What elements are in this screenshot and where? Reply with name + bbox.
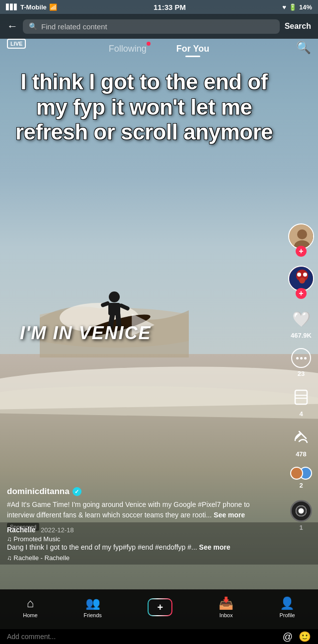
bookmark-action[interactable]: 4 xyxy=(290,386,312,418)
nav-profile[interactable]: 👤 Profile xyxy=(279,596,295,618)
comment-bar: Add comment... @ 🙂 xyxy=(0,629,318,644)
profile-icon: 👤 xyxy=(280,596,295,610)
nav-friends-label: Friends xyxy=(83,612,102,618)
comment-input[interactable]: Add comment... xyxy=(7,633,277,641)
comment-icon xyxy=(291,348,311,368)
nav-home[interactable]: ⌂ Home xyxy=(23,596,37,618)
song-credit: ♫ Rachelle - Rachelle xyxy=(7,554,311,562)
bottom-navigation: ⌂ Home 👥 Friends + 📥 Inbox 👤 Profile xyxy=(0,589,318,629)
creator-avatar-2[interactable]: + xyxy=(288,266,314,299)
like-count: 467.9K xyxy=(291,332,312,339)
live-badge[interactable]: LIVE xyxy=(7,39,26,49)
search-button[interactable]: Search xyxy=(285,22,311,31)
like-action[interactable]: 🤍 467.9K xyxy=(290,308,312,339)
see-more-description[interactable]: See more xyxy=(214,511,245,519)
comment-preview: Rachelle 2022-12-18 ♫ Promoted Music Dan… xyxy=(0,522,318,565)
svg-rect-5 xyxy=(108,303,120,315)
friends-icon: 👥 xyxy=(85,596,100,610)
search-bar: ← 🔍 Find related content Search xyxy=(0,14,318,39)
svg-point-15 xyxy=(303,273,307,277)
search-icon: 🔍 xyxy=(29,22,37,30)
svg-point-14 xyxy=(297,273,301,277)
svg-point-10 xyxy=(297,229,307,239)
follow-plus-badge-2[interactable]: + xyxy=(296,288,307,299)
tab-for-you[interactable]: For You xyxy=(176,44,209,54)
battery-level: 14% xyxy=(299,3,312,11)
username-row: dominicditanna ✓ xyxy=(7,487,279,497)
play-button[interactable]: ▶ xyxy=(132,305,155,340)
comment-date: 2022-12-18 xyxy=(41,526,74,534)
nav-profile-label: Profile xyxy=(279,612,295,618)
svg-point-8 xyxy=(109,291,120,302)
signal-icon: ▋▋▋ xyxy=(6,4,18,10)
tab-following[interactable]: Following xyxy=(109,44,147,54)
shared-by-action[interactable]: 2 xyxy=(290,467,312,489)
nav-inbox-label: Inbox xyxy=(219,612,233,618)
share-icon xyxy=(290,427,312,448)
status-left: ▋▋▋ T-Mobile 📶 xyxy=(6,3,57,11)
wifi-icon: 📶 xyxy=(49,3,57,11)
comment-username: Rachelle xyxy=(7,526,36,534)
bookmark-count: 4 xyxy=(299,410,303,418)
create-plus-button[interactable]: + xyxy=(148,598,172,616)
comment-action[interactable]: 23 xyxy=(291,348,311,377)
see-more-comment[interactable]: See more xyxy=(199,543,231,551)
battery-icon: 🔋 xyxy=(289,3,297,11)
emoji-button[interactable]: 🙂 xyxy=(299,631,311,643)
like-icon: 🤍 xyxy=(290,308,312,330)
comment-music: ♫ Promoted Music xyxy=(7,535,311,543)
creator-username[interactable]: dominicditanna xyxy=(7,487,70,497)
nav-tabs: Following For You xyxy=(0,39,318,59)
share-action[interactable]: 478 xyxy=(290,427,312,458)
right-actions: + + 🤍 467.9K 23 xyxy=(288,223,314,531)
svg-rect-17 xyxy=(295,390,307,404)
svg-point-16 xyxy=(299,278,305,284)
home-icon: ⌂ xyxy=(27,596,34,610)
carrier-name: T-Mobile xyxy=(20,3,47,11)
status-right: ♥ 🔋 14% xyxy=(282,3,312,11)
nav-create[interactable]: + xyxy=(148,598,172,616)
video-caption-text: I think I got to the end of my fyp it wo… xyxy=(0,70,288,145)
share-count: 478 xyxy=(296,450,307,458)
status-time: 11:33 PM xyxy=(154,3,186,11)
nav-friends[interactable]: 👥 Friends xyxy=(83,596,102,618)
status-bar: ▋▋▋ T-Mobile 📶 11:33 PM ♥ 🔋 14% xyxy=(0,0,318,14)
follow-plus-badge-1[interactable]: + xyxy=(296,246,307,257)
comment-body: Dang I think I got to the end of my fyp#… xyxy=(7,543,311,553)
shared-count: 2 xyxy=(299,482,303,489)
search-right-icon[interactable]: 🔍 xyxy=(296,41,311,55)
verified-icon: ✓ xyxy=(73,487,81,496)
heart-icon: ♥ xyxy=(282,3,286,11)
search-input-wrapper[interactable]: 🔍 Find related content xyxy=(23,19,280,34)
nav-home-label: Home xyxy=(23,612,37,618)
comment-count: 23 xyxy=(298,370,305,377)
creator-avatar-1[interactable]: + xyxy=(288,223,314,257)
bookmark-icon xyxy=(290,386,312,408)
nav-inbox[interactable]: 📥 Inbox xyxy=(219,596,234,618)
search-placeholder: Find related content xyxy=(41,22,107,31)
at-button[interactable]: @ xyxy=(283,631,293,643)
disc-icon xyxy=(290,500,312,522)
video-description: #Ad It's Game Time! I'm going around Ven… xyxy=(7,500,279,520)
back-button[interactable]: ← xyxy=(7,20,18,33)
inbox-icon: 📥 xyxy=(219,596,234,610)
